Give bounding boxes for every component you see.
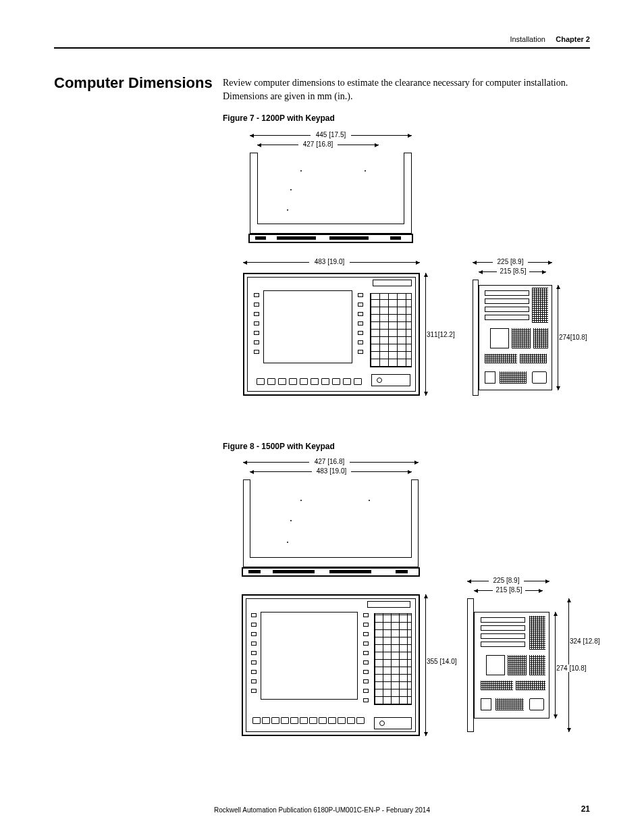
key-icon [363, 642, 369, 646]
fkey [281, 717, 289, 724]
dim-label: 483 [19.0] [312, 467, 351, 475]
key-icon [363, 651, 369, 655]
key-icon [251, 689, 257, 693]
vent-hatch [508, 655, 527, 675]
side-view-bezel [473, 280, 479, 396]
vent-hatch [529, 655, 545, 675]
key-icon [358, 350, 363, 354]
fkey [332, 378, 340, 385]
dim-label: 311[12.2] [427, 331, 455, 338]
key-icon [254, 340, 259, 344]
key-icon [254, 331, 259, 335]
key-icon [358, 303, 363, 307]
fkey [300, 717, 308, 724]
front-view-screen [261, 612, 358, 700]
fkey [290, 717, 298, 724]
fan-housing [486, 655, 505, 675]
marker-dot [287, 542, 288, 543]
side-slot [485, 290, 529, 296]
vent-hatch [512, 328, 531, 348]
marker-dot [287, 209, 288, 211]
header-chapter: Chapter 2 [556, 35, 590, 43]
port-block [520, 354, 547, 363]
marker-dot [290, 520, 292, 521]
vent-slot [390, 236, 401, 240]
marker-dot [300, 500, 302, 501]
fkey [300, 378, 308, 385]
key-icon [251, 632, 257, 636]
side-slot [481, 642, 525, 647]
fkey [278, 378, 286, 385]
vent-slot [329, 236, 369, 240]
dim-label: 427 [16.8] [298, 140, 338, 148]
marker-dot [300, 170, 302, 172]
key-icon [358, 312, 363, 316]
fkey [319, 717, 327, 724]
port-block [481, 681, 513, 690]
key-icon [254, 350, 259, 354]
header-breadcrumb: Installation Chapter 2 [510, 35, 590, 43]
marker-dot [369, 500, 370, 501]
key-icon [251, 613, 257, 617]
key-icon [363, 660, 369, 664]
header-divider [54, 47, 590, 49]
side-port [481, 698, 491, 710]
side-slot [485, 307, 529, 312]
fkey [343, 378, 351, 385]
vent-hatch [495, 698, 524, 710]
dim-label: 445 [17.5] [311, 131, 351, 138]
dim-label: 225 [8.9] [489, 577, 524, 584]
keypad-grid [370, 293, 412, 367]
key-icon [251, 642, 257, 646]
figure-8-drawing: 427 [16.8] 483 [19.0] [223, 455, 587, 756]
key-icon [251, 651, 257, 655]
vent-hatch [532, 288, 548, 323]
key-icon [254, 312, 259, 316]
vent-slot [277, 236, 316, 240]
vent-slot [329, 570, 371, 573]
key-icon [363, 613, 369, 617]
dim-label: 215 [8.5] [497, 267, 529, 275]
key-icon [251, 623, 257, 627]
key-icon [363, 632, 369, 636]
dim-label: 427 [16.8] [309, 458, 350, 465]
footer-publication: Rockwell Automation Publication 6180P-UM… [0, 806, 644, 814]
fkey [328, 717, 336, 724]
logo-plate [367, 601, 410, 608]
power-icon [379, 721, 385, 726]
key-icon [251, 660, 257, 664]
figure-7-drawing: 445 [17.5] 427 [16.8] 483 [19.0] [223, 128, 587, 423]
side-port [532, 371, 547, 384]
fkey [309, 717, 317, 724]
fkey [338, 717, 346, 724]
dim-label: 274 [10.8] [556, 664, 586, 672]
dim-arrow-v [555, 612, 556, 719]
dim-arrow-v [425, 273, 426, 396]
side-slot [481, 617, 525, 623]
dim-label: 324 [12.8] [570, 637, 599, 645]
fkey [354, 378, 362, 385]
dim-label: 215 [8.5] [493, 586, 525, 594]
key-icon [363, 670, 369, 674]
key-icon [358, 321, 363, 325]
vent-slot [255, 236, 266, 240]
key-icon [254, 303, 259, 307]
top-view-body [250, 479, 412, 558]
port-block [485, 354, 517, 363]
section-title: Computer Dimensions [54, 74, 213, 92]
dim-arrow-v [425, 594, 426, 736]
keypad-grid [374, 613, 412, 705]
dim-label: 483 [19.0] [309, 258, 350, 265]
figure-8-caption: Figure 8 - 1500P with Keypad [223, 442, 335, 451]
key-icon [251, 670, 257, 674]
dim-label: 274[10.8] [559, 334, 587, 341]
key-icon [251, 679, 257, 683]
side-slot [485, 315, 529, 320]
key-icon [358, 293, 363, 297]
vent-slot [273, 570, 315, 573]
side-port [485, 371, 495, 384]
fkey [321, 378, 329, 385]
header-section: Installation [510, 35, 545, 43]
fkey [257, 378, 265, 385]
side-view-bezel [467, 598, 474, 732]
